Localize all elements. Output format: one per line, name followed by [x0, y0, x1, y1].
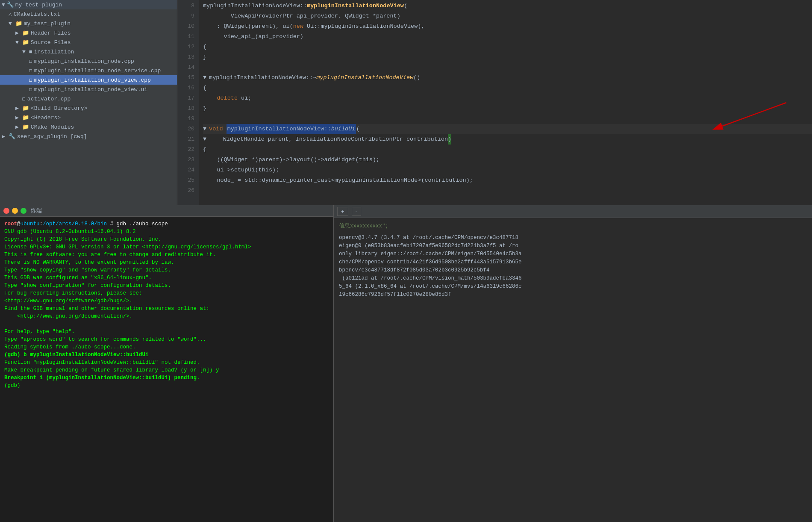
- sidebar-item-label: my_test_plugin: [24, 21, 71, 27]
- terminal-line: There is NO WARRANTY, to the extent perm…: [4, 259, 329, 266]
- arrow-icon: ▼: [9, 21, 12, 27]
- arrow-icon: ▶: [15, 105, 19, 112]
- code-token: WidgetHandle parent, InstallationNodeCon…: [209, 134, 448, 145]
- project-icon: 🔧: [7, 1, 14, 8]
- sidebar-item-activator-cpp[interactable]: ◻ activator.cpp: [0, 94, 177, 103]
- file-icon: ◻: [29, 86, 32, 93]
- right-panel-line: 19c66286c7926df57f11c0270e280e85d3f: [339, 291, 807, 299]
- code-area[interactable]: mypluginInstallationNodeView::mypluginIn…: [199, 0, 812, 205]
- sidebar-item-node-view-cpp[interactable]: ◻ myplugin_installation_node_view.cpp: [0, 75, 177, 85]
- sidebar-item-header-files[interactable]: ▶ 📁 Header Files: [0, 28, 177, 38]
- code-line-12: {: [203, 42, 812, 52]
- right-panel-status-line: 信息xxxxxxxxxx";: [339, 222, 807, 230]
- folder-icon: ■: [29, 49, 32, 55]
- terminal-line: License GPLv3+: GNU GPL version 3 or lat…: [4, 243, 329, 251]
- file-icon: ◻: [29, 67, 32, 74]
- terminal-line: Reading symbols from ./aubo_scope...done…: [4, 343, 329, 351]
- terminal-line-gdb-cmd: (gdb) b mypluginInstallationNodeView::bu…: [4, 351, 329, 359]
- code-token: ::~: [306, 73, 316, 83]
- code-token: {: [203, 145, 206, 155]
- code-token: (): [413, 73, 420, 83]
- code-token: >(contribution);: [418, 175, 473, 186]
- sidebar-item-node-view-ui[interactable]: ◻ myplugin_installation_node_view.ui: [0, 85, 177, 94]
- code-token: {: [203, 83, 206, 93]
- file-icon: ◻: [29, 58, 32, 65]
- maximize-button[interactable]: [21, 208, 26, 214]
- term-cmd: gdb ./aubo_scope: [117, 221, 168, 227]
- code-line-23: ((QWidget *)parent)->layout()->addWidget…: [203, 155, 812, 165]
- code-token: ui->setupUi(this);: [203, 165, 279, 175]
- sidebar-item-label: my_test_plugin: [15, 2, 62, 8]
- arrow-icon: ▶: [15, 29, 19, 36]
- code-token: view_api_(api_provider): [203, 32, 303, 42]
- code-line-13: }: [203, 52, 812, 62]
- code-editor[interactable]: 8 9 10 11 12 13 14 15 16 17 18 19 20 21 …: [177, 0, 812, 205]
- code-line-21: ▼ WidgetHandle parent, InstallationNodeC…: [203, 134, 812, 145]
- add-button[interactable]: +: [337, 207, 348, 216]
- right-panel-line: only library eigen::/root/.cache/CPM/eig…: [339, 250, 807, 258]
- code-token: delete: [203, 93, 238, 103]
- code-line-22: {: [203, 145, 812, 155]
- right-panel-line: 5_64 (2.1.0_x86_64 at /root/.cache/CPM/m…: [339, 283, 807, 291]
- sidebar-item-cmake-modules[interactable]: ▶ 📁 CMake Modules: [0, 122, 177, 132]
- code-token: mypluginInstallationNode: [335, 175, 418, 186]
- code-line-16: {: [203, 83, 812, 93]
- close-button[interactable]: [3, 208, 9, 214]
- code-token: ),: [418, 21, 424, 32]
- folder-icon: 📁: [22, 39, 29, 46]
- sidebar-item-seer-agv[interactable]: ▶ 🔧 seer_agv_plugin [cwq]: [0, 132, 177, 141]
- code-token: (: [404, 1, 407, 11]
- code-token: :: [203, 21, 224, 32]
- folder-icon: 📁: [15, 20, 22, 27]
- code-token: mypluginInstallationNodeView: [316, 73, 413, 83]
- code-line-10: : QWidget(parent), ui(new Ui::mypluginIn…: [203, 21, 812, 32]
- sidebar-item-build-dir[interactable]: ▶ 📁 <Build Directory>: [0, 103, 177, 113]
- file-tree: ▼ 🔧 my_test_plugin △ CMakeLists.txt ▼ 📁 …: [0, 0, 177, 205]
- code-token: }: [203, 103, 206, 114]
- terminal-line: <http://www.gnu.org/software/gdb/bugs/>.: [4, 297, 329, 305]
- sidebar-item-label: <Headers>: [31, 115, 61, 121]
- folder-icon: 📁: [22, 114, 29, 121]
- terminal-body[interactable]: root@ubuntu:/opt/arcs/0.18.0/bin # gdb .…: [0, 217, 333, 522]
- file-icon: ◻: [22, 95, 26, 102]
- sidebar-item-my-test-plugin[interactable]: ▼ 📁 my_test_plugin: [0, 19, 177, 28]
- file-icon: △: [9, 11, 12, 18]
- right-panel-content: 信息xxxxxxxxxx"; opencv@3.4.7 (3.4.7 at /r…: [334, 218, 812, 522]
- file-icon: ◻: [29, 77, 32, 83]
- sidebar-item-headers[interactable]: ▶ 📁 <Headers>: [0, 113, 177, 122]
- right-panel-line: (a0121ad at /root/.cache/CPM/vision_math…: [339, 274, 807, 283]
- code-line-15: ▼ mypluginInstallationNodeView::~myplugi…: [203, 73, 812, 83]
- sidebar-item-my-test-plugin-root[interactable]: ▼ 🔧 my_test_plugin: [0, 0, 177, 9]
- terminal-line: GNU gdb (Ubuntu 8.2-0ubuntu1~16.04.1) 8.…: [4, 228, 329, 236]
- terminal-panel[interactable]: 终端 root@ubuntu:/opt/arcs/0.18.0/bin # gd…: [0, 205, 333, 522]
- sidebar-item-label: Source Files: [31, 39, 71, 46]
- folder-icon: ▼: [2, 2, 5, 8]
- minimize-button[interactable]: [12, 208, 18, 214]
- folder-icon: 📁: [22, 29, 29, 36]
- folder-icon: 📁: [22, 124, 29, 130]
- code-token: QWidget: [224, 155, 248, 165]
- code-line-9: ViewApiProviderPtr api_provider, QWidget…: [203, 11, 812, 21]
- sidebar-item-installation[interactable]: ▼ ■ installation: [0, 47, 177, 56]
- sidebar-item-node-cpp[interactable]: ◻ myplugin_installation_node.cpp: [0, 56, 177, 66]
- string-token: 信息xxxxxxxxxx";: [339, 223, 388, 229]
- code-token: mypluginInstallationNodeView: [203, 1, 300, 11]
- fold-icon: ▼: [203, 73, 206, 83]
- code-token: *)parent)->layout()->addWidget(this);: [248, 155, 380, 165]
- sidebar-item-cmakelists[interactable]: △ CMakeLists.txt: [0, 9, 177, 19]
- code-line-24: ui->setupUi(this);: [203, 165, 812, 175]
- code-token: Ui::: [303, 21, 321, 32]
- code-line-11: view_api_(api_provider): [203, 32, 812, 42]
- code-token: new: [293, 21, 303, 32]
- terminal-prompt[interactable]: (gdb): [4, 382, 329, 389]
- sidebar-item-label: <Build Directory>: [31, 105, 88, 112]
- code-token: mypluginInstallationNodeView: [209, 73, 306, 83]
- code-token: (parent), ui(: [248, 21, 293, 32]
- remove-button[interactable]: -: [352, 207, 361, 216]
- sidebar-item-node-service-cpp[interactable]: ◻ myplugin_installation_node_service.cpp: [0, 66, 177, 75]
- sidebar-item-source-files[interactable]: ▼ 📁 Source Files: [0, 38, 177, 47]
- code-token: mypluginInstallationNodeView: [321, 21, 418, 32]
- sidebar-item-label: myplugin_installation_node_view.cpp: [34, 77, 151, 83]
- terminal-line: root@ubuntu:/opt/arcs/0.18.0/bin # gdb .…: [4, 220, 329, 228]
- code-token: ((: [203, 155, 224, 165]
